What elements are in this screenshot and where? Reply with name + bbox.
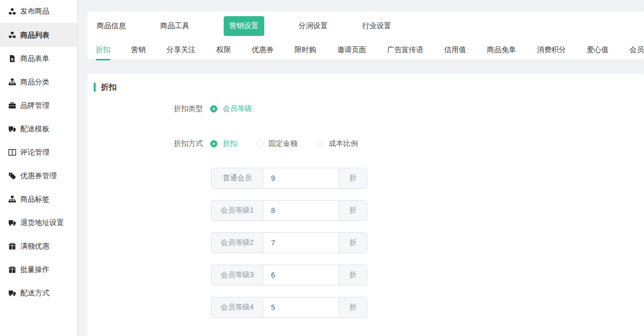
discount-type-label: 折扣类型 — [87, 104, 210, 114]
section-title: 折扣 — [101, 82, 117, 92]
sidebar-item-product-tags[interactable]: 商品标签 — [0, 188, 77, 211]
radio-unchecked-icon[interactable] — [256, 140, 263, 147]
unit-label: 折 — [339, 201, 367, 220]
radio-checked-icon[interactable] — [210, 140, 217, 147]
sidebar-item-batch-operation[interactable]: 批量操作 — [0, 258, 77, 281]
sidebar-item-label: 配送模板 — [20, 125, 49, 134]
tabs-card: 商品信息 商品工具 营销设置 分润设置 行业设置 折扣 营销 分享关注 权限 优… — [87, 11, 644, 60]
briefcase-icon — [8, 102, 16, 109]
radio-cost-ratio[interactable]: 成本比例 — [316, 139, 358, 148]
level-name-label: 会员等级4 — [212, 297, 263, 317]
secondary-tabs: 折扣 营销 分享关注 权限 优惠券 限时购 邀请页面 广告宣传语 信用值 商品免… — [87, 41, 644, 60]
subtab-flash-sale[interactable]: 限时购 — [294, 41, 316, 59]
subtab-free-order[interactable]: 商品免单 — [487, 41, 516, 59]
member-level-discount-list: 普通会员 折 会员等级1 折 会员等级2 折 会员等级3 — [211, 168, 644, 318]
discount-panel: 折扣 折扣类型 会员等级 折扣方式 折扣 固定金额 — [87, 74, 644, 336]
level-name-label: 会员等级3 — [212, 265, 263, 285]
sidebar-item-label: 满额优惠 — [20, 242, 49, 251]
sidebar-item-full-amount-discount[interactable]: 满额优惠 — [0, 234, 77, 258]
discount-value-input[interactable] — [263, 233, 339, 253]
subtab-share-follow[interactable]: 分享关注 — [166, 41, 196, 59]
discount-mode-row: 折扣方式 折扣 固定金额 成本比例 — [87, 138, 644, 150]
unit-label: 折 — [339, 297, 367, 317]
sidebar-item-publish-product[interactable]: 发布商品 — [0, 0, 77, 23]
sitemap-icon — [8, 78, 16, 86]
sidebar-item-label: 退货地址设置 — [20, 218, 64, 228]
sidebar-item-label: 商品列表 — [20, 31, 49, 40]
discount-value-input[interactable] — [263, 297, 339, 317]
level-row-level4: 会员等级4 折 — [211, 297, 367, 318]
truck-icon — [8, 289, 16, 297]
primary-tabs: 商品信息 商品工具 营销设置 分润设置 行业设置 — [87, 11, 644, 41]
level-name-label: 会员等级1 — [212, 201, 263, 220]
gift-icon — [8, 242, 16, 250]
sidebar-item-label: 商品标签 — [20, 195, 49, 204]
sidebar-item-label: 品牌管理 — [20, 101, 49, 110]
discount-value-input[interactable] — [263, 168, 339, 188]
sidebar-item-label: 配送方式 — [20, 289, 49, 298]
subtab-marketing[interactable]: 营销 — [131, 41, 146, 59]
tab-product-info[interactable]: 商品信息 — [97, 21, 126, 31]
sidebar-item-delivery-method[interactable]: 配送方式 — [0, 281, 77, 305]
tab-marketing-settings[interactable]: 营销设置 — [224, 16, 264, 36]
discount-value-input[interactable] — [263, 265, 339, 285]
section-header: 折扣 — [94, 82, 644, 92]
tab-product-tools[interactable]: 商品工具 — [160, 21, 189, 31]
tag-icon — [8, 172, 16, 180]
cubes-icon — [8, 8, 16, 16]
unit-label: 折 — [339, 233, 367, 253]
truck-icon — [8, 125, 16, 133]
level-name-label: 普通会员 — [212, 168, 263, 188]
tab-industry-settings[interactable]: 行业设置 — [362, 21, 391, 31]
subtab-consume-points[interactable]: 消费积分 — [537, 41, 566, 59]
level-row-level1: 会员等级1 折 — [211, 200, 367, 221]
discount-value-input[interactable] — [263, 201, 339, 220]
level-name-label: 会员等级2 — [212, 233, 263, 253]
sidebar-item-shipping-template[interactable]: 配送模板 — [0, 117, 77, 141]
subtab-ad-slogan[interactable]: 广告宣传语 — [387, 41, 423, 59]
main-area: 商品信息 商品工具 营销设置 分润设置 行业设置 折扣 营销 分享关注 权限 优… — [87, 0, 644, 336]
sidebar-item-label: 优惠券管理 — [20, 171, 57, 181]
sidebar-item-brand-management[interactable]: 品牌管理 — [0, 94, 77, 117]
discount-mode-label: 折扣方式 — [87, 139, 210, 148]
radio-member-level[interactable]: 会员等级 — [210, 104, 252, 114]
truck-icon — [8, 219, 16, 227]
level-row-level2: 会员等级2 折 — [211, 232, 367, 253]
tab-profit-sharing-settings[interactable]: 分润设置 — [299, 21, 328, 31]
cubes-icon — [8, 31, 16, 39]
discount-form: 折扣类型 会员等级 折扣方式 折扣 固定金额 成本比例 — [87, 103, 644, 318]
sidebar: 发布商品 商品列表 商品表单 商品分类 品牌管理 配送模板 评论 — [0, 0, 77, 336]
unit-label: 折 — [339, 168, 367, 188]
columns-icon — [8, 148, 16, 156]
sidebar-item-label: 批量操作 — [20, 265, 49, 275]
level-row-level3: 会员等级3 折 — [211, 265, 367, 285]
section-accent-bar — [94, 83, 96, 92]
sidebar-item-product-list[interactable]: 商品列表 — [0, 23, 77, 47]
sitemap-icon — [8, 195, 16, 203]
subtab-credit-value[interactable]: 信用值 — [444, 41, 466, 59]
sidebar-item-label: 商品分类 — [20, 78, 49, 87]
discount-type-row: 折扣类型 会员等级 — [87, 103, 644, 115]
sidebar-item-product-form[interactable]: 商品表单 — [0, 47, 77, 70]
subtab-member-price[interactable]: 会员价 — [629, 41, 644, 59]
sidebar-item-return-address-settings[interactable]: 退货地址设置 — [0, 211, 77, 234]
subtab-coupon[interactable]: 优惠券 — [252, 41, 274, 59]
subtab-invite-page[interactable]: 邀请页面 — [337, 41, 366, 59]
unit-label: 折 — [339, 265, 367, 285]
radio-checked-icon[interactable] — [210, 105, 217, 113]
sidebar-item-product-category[interactable]: 商品分类 — [0, 70, 77, 94]
sidebar-item-coupon-management[interactable]: 优惠券管理 — [0, 164, 77, 188]
radio-unchecked-icon[interactable] — [316, 140, 324, 147]
sidebar-item-label: 发布商品 — [20, 7, 49, 16]
subtab-discount[interactable]: 折扣 — [96, 41, 110, 59]
radio-discount[interactable]: 折扣 — [210, 139, 237, 148]
file-excel-icon — [8, 55, 16, 63]
sidebar-item-label: 商品表单 — [20, 54, 49, 64]
subtab-permissions[interactable]: 权限 — [216, 41, 231, 59]
radio-fixed-amount[interactable]: 固定金额 — [256, 139, 298, 148]
subtab-love-value[interactable]: 爱心值 — [587, 41, 609, 59]
sidebar-item-label: 评论管理 — [20, 148, 49, 157]
gift-icon — [8, 266, 16, 273]
level-row-normal-member: 普通会员 折 — [211, 168, 367, 189]
sidebar-item-comment-management[interactable]: 评论管理 — [0, 141, 77, 164]
